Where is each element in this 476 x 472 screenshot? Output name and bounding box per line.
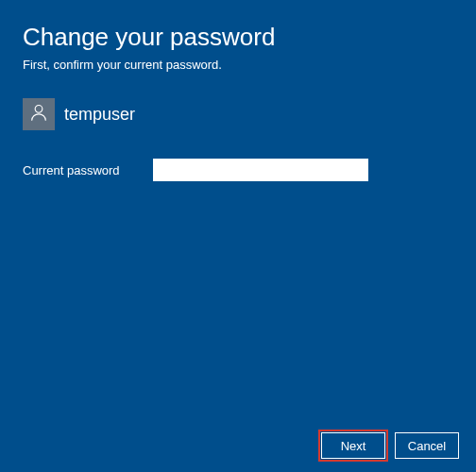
current-password-input[interactable]	[153, 159, 368, 181]
password-field-row: Current password	[23, 159, 453, 181]
user-icon	[28, 102, 49, 126]
svg-point-0	[35, 105, 42, 112]
button-row: Next Cancel	[321, 432, 459, 459]
user-row: tempuser	[23, 98, 453, 130]
page-subtitle: First, confirm your current password.	[23, 58, 453, 72]
username-label: tempuser	[64, 105, 135, 125]
avatar	[23, 98, 55, 130]
page-title: Change your password	[23, 23, 453, 52]
next-button[interactable]: Next	[321, 432, 385, 459]
cancel-button[interactable]: Cancel	[395, 432, 459, 459]
password-field-label: Current password	[23, 163, 136, 177]
